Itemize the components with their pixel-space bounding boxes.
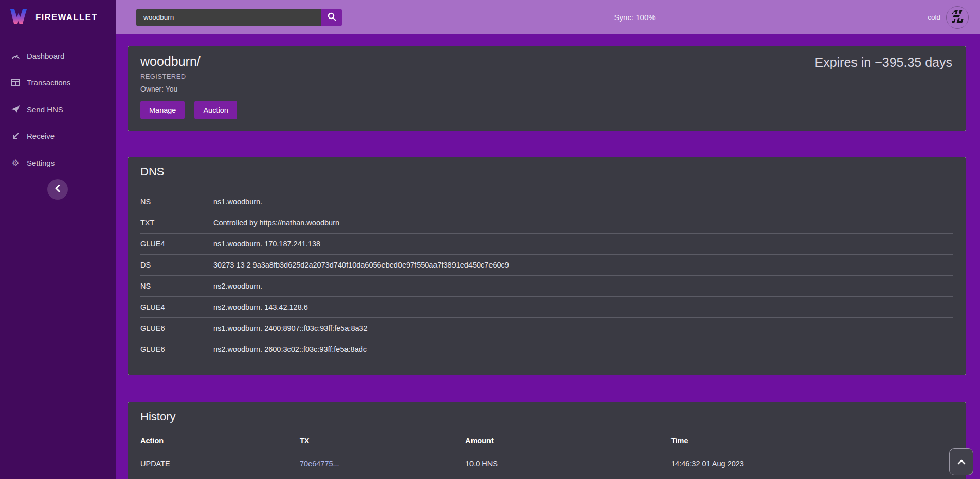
sidebar-item-label: Dashboard: [27, 51, 64, 60]
sidebar-collapse-button[interactable]: [47, 179, 68, 200]
sidebar-nav: Dashboard Transactions S: [0, 48, 116, 170]
app-window: FIREWALLET Dashboard: [0, 0, 980, 479]
domain-status-badge: REGISTERED: [140, 73, 952, 80]
sidebar-item-send-hns[interactable]: Send HNS: [0, 101, 116, 117]
history-header-row: Action TX Amount Time: [140, 432, 953, 452]
sidebar-item-transactions[interactable]: Transactions: [0, 75, 116, 90]
brand: FIREWALLET: [0, 0, 116, 34]
dns-record-value: ns1.woodburn. 2400:8907::f03c:93ff:fe5a:…: [213, 318, 953, 339]
sidebar-item-settings[interactable]: ⚙ Settings: [0, 155, 116, 170]
dns-record-type: DS: [140, 255, 213, 276]
dns-record-type: NS: [140, 191, 213, 212]
dns-record-type: GLUE4: [140, 234, 213, 255]
history-time: 15:45:06 07 Feb 2023: [671, 475, 953, 479]
sidebar-item-receive[interactable]: Receive: [0, 128, 116, 144]
dns-record-type: GLUE4: [140, 297, 213, 318]
history-col-action: Action: [140, 432, 300, 452]
auction-button[interactable]: Auction: [194, 101, 237, 119]
expiry-label: Expires in ~395.35 days: [814, 55, 952, 70]
dns-record-row: TXT Controlled by https://nathan.woodbur…: [140, 212, 953, 234]
dns-record-type: NS: [140, 276, 213, 297]
history-row: RENEW d73c5e21... 10.0 HNS 15:45:06 07 F…: [140, 475, 953, 479]
domain-owner: Owner: You: [140, 85, 952, 93]
dns-record-row: NS ns1.woodburn.: [140, 191, 953, 212]
search-icon: [328, 12, 336, 23]
chevron-up-icon: [957, 457, 966, 467]
table-icon: [10, 79, 21, 86]
dns-record-value: Controlled by https://nathan.woodburn: [213, 212, 953, 234]
dns-record-value: ns2.woodburn. 2600:3c02::f03c:93ff:fe5a:…: [213, 339, 953, 360]
manage-button[interactable]: Manage: [140, 101, 185, 119]
history-table: Action TX Amount Time UPDATE 70e64775...…: [140, 432, 953, 479]
dns-record-type: TXT: [140, 212, 213, 234]
dns-record-type: GLUE6: [140, 339, 213, 360]
sidebar-item-label: Send HNS: [27, 105, 63, 114]
dns-record-value: 30273 13 2 9a3a8fb3d625d2a2073d740f10da6…: [213, 255, 953, 276]
firewallet-logo-icon: [8, 6, 29, 29]
search-input[interactable]: [136, 9, 321, 26]
chevron-left-icon: [55, 185, 60, 194]
dns-record-row: NS ns2.woodburn.: [140, 276, 953, 297]
dns-title: DNS: [140, 165, 953, 179]
history-action: UPDATE: [140, 452, 300, 475]
gauge-icon: [10, 51, 21, 60]
search-bar: [136, 9, 342, 26]
history-col-tx: TX: [300, 432, 465, 452]
history-card: History Action TX Amount Time UPDATE 70e…: [128, 402, 966, 479]
history-row: UPDATE 70e64775... 10.0 HNS 14:46:32 01 …: [140, 452, 953, 475]
topbar: Sync: 100% cold: [116, 0, 980, 34]
dns-record-row: GLUE6 ns2.woodburn. 2600:3c02::f03c:93ff…: [140, 339, 953, 360]
dns-card: DNS NS ns1.woodburn. TXT Controlled by h…: [128, 157, 966, 375]
scroll-to-top-button[interactable]: [949, 448, 973, 475]
dns-record-value: ns2.woodburn.: [213, 276, 953, 297]
history-title: History: [140, 410, 953, 423]
sidebar-item-label: Settings: [27, 158, 55, 167]
history-amount: 10.0 HNS: [465, 475, 671, 479]
sidebar-item-dashboard[interactable]: Dashboard: [0, 48, 116, 63]
dns-table: NS ns1.woodburn. TXT Controlled by https…: [140, 191, 953, 360]
dns-record-value: ns1.woodburn. 170.187.241.138: [213, 234, 953, 255]
domain-actions: Manage Auction: [140, 101, 952, 119]
wallet-name-label: cold: [928, 13, 940, 21]
tx-link[interactable]: 70e64775...: [300, 459, 339, 468]
domain-card: woodburn/ REGISTERED Owner: You Manage A…: [128, 46, 966, 131]
dns-record-row: GLUE4 ns1.woodburn. 170.187.241.138: [140, 234, 953, 255]
dns-record-row: DS 30273 13 2 9a3a8fb3d625d2a2073d740f10…: [140, 255, 953, 276]
sidebar-item-label: Transactions: [27, 78, 70, 87]
arrow-down-left-icon: [10, 132, 21, 140]
main-content: woodburn/ REGISTERED Owner: You Manage A…: [116, 34, 980, 479]
sidebar-item-label: Receive: [27, 132, 55, 140]
sidebar: FIREWALLET Dashboard: [0, 0, 116, 479]
history-action: RENEW: [140, 475, 300, 479]
dns-record-row: GLUE4 ns2.woodburn. 143.42.128.6: [140, 297, 953, 318]
handshake-logo-icon: [950, 9, 965, 26]
dns-record-type: GLUE6: [140, 318, 213, 339]
history-col-amount: Amount: [465, 432, 671, 452]
paper-plane-icon: [10, 105, 21, 113]
brand-title: FIREWALLET: [35, 12, 98, 23]
dns-record-value: ns1.woodburn.: [213, 191, 953, 212]
gear-icon: ⚙: [10, 158, 21, 168]
dns-record-value: ns2.woodburn. 143.42.128.6: [213, 297, 953, 318]
history-time: 14:46:32 01 Aug 2023: [671, 452, 953, 475]
search-button[interactable]: [321, 9, 342, 26]
sync-status: Sync: 100%: [614, 13, 656, 22]
wallet-avatar[interactable]: [946, 6, 969, 29]
history-amount: 10.0 HNS: [465, 452, 671, 475]
history-col-time: Time: [671, 432, 953, 452]
dns-record-row: GLUE6 ns1.woodburn. 2400:8907::f03c:93ff…: [140, 318, 953, 339]
